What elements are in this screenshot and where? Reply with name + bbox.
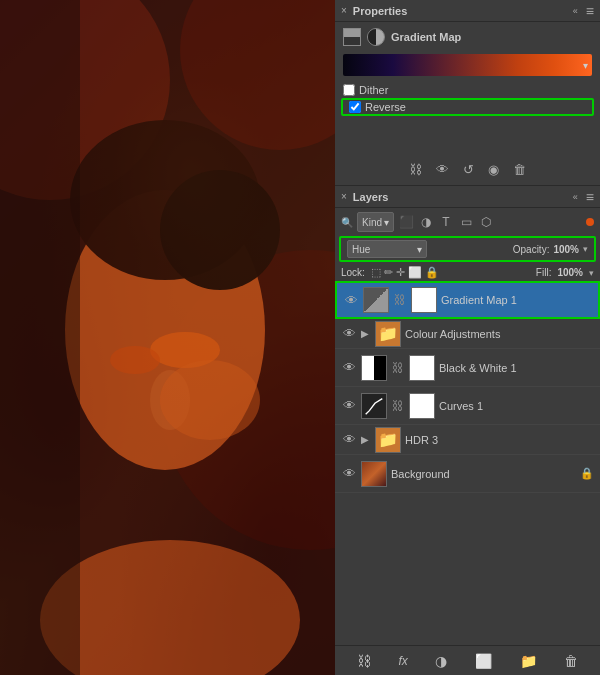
eye-icon-bg[interactable]: 👁 [341,466,357,481]
fill-value[interactable]: 100% [557,267,583,278]
lock-artboard-icon[interactable]: ⬜ [408,266,422,279]
expand-icon-hdr3[interactable]: ▶ [361,434,371,445]
toolbar-link-icon[interactable]: ⛓ [357,653,371,669]
layer-mask-thumb-bw1 [409,355,435,381]
toolbar-folder-icon[interactable]: 📁 [520,653,537,669]
layers-toolbar: ⛓ fx ◑ ⬜ 📁 🗑 [335,645,600,675]
layer-lock-icon-bg: 🔒 [580,467,594,480]
reverse-checkbox[interactable] [349,101,361,113]
link-icon[interactable]: ⛓ [409,162,422,177]
layer-name-gm1: Gradient Map 1 [441,294,592,306]
layers-menu-button[interactable]: ≡ [586,189,594,205]
portrait-svg [0,0,335,675]
eye-icon-bw1[interactable]: 👁 [341,360,357,375]
reset-icon[interactable]: ↺ [463,162,474,177]
eye-icon-hdr3[interactable]: 👁 [341,432,357,447]
properties-panel: × Properties « ≡ Gradient Map ▾ [335,0,600,186]
layer-thumb-curves1 [361,393,387,419]
reverse-label[interactable]: Reverse [365,101,406,113]
svg-point-11 [160,360,260,440]
folder-icon-hdr3: 📁 [378,430,398,449]
layer-mask-thumb-gm1 [411,287,437,313]
layer-name-bw1: Black & White 1 [439,362,594,374]
kind-dropdown[interactable]: Kind ▾ [357,212,394,232]
svg-rect-12 [0,0,80,675]
blend-mode-dropdown[interactable]: Hue ▾ [347,240,427,258]
properties-close-button[interactable]: × [341,5,347,16]
svg-point-7 [160,170,280,290]
expand-icon-ca[interactable]: ▶ [361,328,371,339]
lock-transparent-icon[interactable]: ⬚ [371,266,381,279]
properties-panel-title: Properties [353,5,407,17]
opacity-value[interactable]: 100% [553,244,579,255]
lock-icons-group: ⬚ ✏ ✛ ⬜ 🔒 [371,266,439,279]
filter-adjust-icon[interactable]: ◑ [418,215,434,229]
lock-all-icon[interactable]: 🔒 [425,266,439,279]
gradient-bar[interactable]: ▾ [343,54,592,76]
kind-label: Kind [362,217,382,228]
blend-mode-arrow-icon: ▾ [417,244,422,255]
toolbar-trash-icon[interactable]: 🗑 [564,653,578,669]
gradient-bar-arrow-icon: ▾ [583,60,588,71]
layers-close-button[interactable]: × [341,191,347,202]
filter-type-icon[interactable]: T [438,215,454,229]
filter-active-dot [586,218,594,226]
filter-pixel-icon[interactable]: ⬛ [398,215,414,229]
layer-row-curves1[interactable]: 👁 ⛓ Curves 1 [335,387,600,425]
layer-row-hdr3[interactable]: 👁 ▶ 📁 HDR 3 [335,425,600,455]
toolbar-fx-icon[interactable]: fx [398,654,407,668]
layer-thumb-bw1 [361,355,387,381]
layer-name-curves1: Curves 1 [439,400,594,412]
layer-row-background[interactable]: 👁 Background 🔒 [335,455,600,493]
toolbar-mask-icon[interactable]: ⬜ [475,653,492,669]
dither-label[interactable]: Dither [359,84,388,96]
lock-move-icon[interactable]: ✛ [396,266,405,279]
layer-row-colour-adjustments[interactable]: 👁 ▶ 📁 Colour Adjustments [335,319,600,349]
fill-arrow-icon: ▾ [589,268,594,278]
chain-icon-bw1[interactable]: ⛓ [391,361,405,375]
chain-icon-gm1[interactable]: ⛓ [393,293,407,307]
filter-shape-icon[interactable]: ▭ [458,215,474,229]
layer-thumb-hdr3: 📁 [375,427,401,453]
filter-smart-icon[interactable]: ⬡ [478,215,494,229]
lock-draw-icon[interactable]: ✏ [384,266,393,279]
layers-list: 👁 ⛓ Gradient Map 1 👁 ▶ 📁 Colour Adjustme… [335,281,600,645]
layer-thumb-ca: 📁 [375,321,401,347]
gradient-bar-wrapper: ▾ [335,52,600,82]
properties-collapse-button[interactable]: « [573,6,578,16]
layer-mask-thumb-curves1 [409,393,435,419]
eye-icon-curves1[interactable]: 👁 [341,398,357,413]
properties-menu-button[interactable]: ≡ [586,3,594,19]
eye-icon-gm1[interactable]: 👁 [343,293,359,308]
svg-rect-13 [362,394,386,418]
layer-row-gradient-map-1[interactable]: 👁 ⛓ Gradient Map 1 [335,281,600,319]
blend-mode-label: Hue [352,244,370,255]
curves-thumb-svg [362,393,386,419]
lock-label: Lock: [341,267,365,278]
layer-name-hdr3: HDR 3 [405,434,594,446]
layer-thumb-bg [361,461,387,487]
eye-visibility-icon[interactable]: 👁 [436,162,449,177]
svg-point-9 [110,346,160,374]
layer-thumb-gm1 [363,287,389,313]
trash-icon[interactable]: 🗑 [513,162,526,177]
layer-row-bw1[interactable]: 👁 ⛓ Black & White 1 [335,349,600,387]
canvas-image-area [0,0,335,675]
lock-fill-row: Lock: ⬚ ✏ ✛ ⬜ 🔒 Fill: 100% ▾ [335,264,600,281]
eye-icon-ca[interactable]: 👁 [341,326,357,341]
toolbar-adjustment-icon[interactable]: ◑ [435,653,447,669]
gm-circle-icon [367,28,385,46]
properties-panel-header: × Properties « ≡ [335,0,600,22]
kind-arrow-icon: ▾ [384,217,389,228]
fill-label: Fill: [536,267,552,278]
folder-icon-ca: 📁 [378,324,398,343]
visibility-toggle-icon[interactable]: ◉ [488,162,499,177]
layer-name-bg: Background [391,468,576,480]
chain-icon-curves1[interactable]: ⛓ [391,399,405,413]
dither-checkbox[interactable] [343,84,355,96]
properties-footer: ⛓ 👁 ↺ ◉ 🗑 [335,154,600,185]
reverse-row: Reverse [341,98,594,116]
layers-filter-row: 🔍 Kind ▾ ⬛ ◑ T ▭ ⬡ [335,208,600,236]
panels-area: × Properties « ≡ Gradient Map ▾ [335,0,600,675]
layers-collapse-button[interactable]: « [573,192,578,202]
